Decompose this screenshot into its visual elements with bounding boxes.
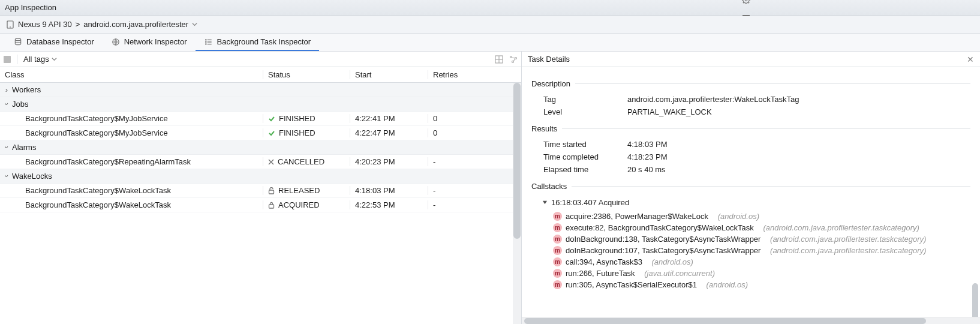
table-view-icon[interactable] [495,55,503,64]
svg-point-10 [205,41,206,42]
minimize-icon[interactable] [741,11,751,20]
stop-icon[interactable] [4,56,11,63]
title-bar: App Inspection [0,0,980,16]
col-status[interactable]: Status [263,70,350,79]
frame-text: doInBackground:138, TaskCategory$AsyncTa… [566,235,760,244]
method-badge-icon: m [553,223,562,232]
unlock-icon [268,187,275,194]
frame-text: doInBackground:107, TaskCategory$AsyncTa… [566,246,760,255]
group-alarms[interactable]: › Alarms [0,140,521,155]
group-workers[interactable]: › Workers [0,83,521,97]
method-badge-icon: m [553,269,562,278]
cell-class: BackgroundTaskCategory$WakeLockTask [0,200,263,209]
svg-point-11 [205,43,206,44]
scrollbar-thumb[interactable] [524,318,926,324]
method-badge-icon: m [553,246,562,255]
cell-status: FINISHED [279,114,315,123]
table-row[interactable]: BackgroundTaskCategory$WakeLockTask RELE… [0,184,521,198]
breadcrumb-separator: > [76,20,80,29]
frame-text: execute:82, BackgroundTaskCategory$WakeL… [566,223,754,232]
list-icon [204,37,214,47]
frame-text: run:305, AsyncTask$SerialExecutor$1 [566,280,697,289]
kv-value: 4:18:03 PM [627,140,970,149]
table-row[interactable]: BackgroundTaskCategory$WakeLockTask ACQU… [0,198,521,212]
kv-key: Level [543,107,627,116]
method-badge-icon: m [553,280,562,289]
frame-package: (android.os) [707,280,748,289]
frame-package: (android.com.java.profilertester.taskcat… [770,235,926,244]
tags-filter-dropdown[interactable]: All tags [23,55,57,64]
close-icon[interactable]: ✕ [967,55,974,64]
group-wakelocks[interactable]: › WakeLocks [0,169,521,184]
cell-status: ACQUIRED [278,200,320,209]
process-name: android.com.java.profilertester [83,20,188,29]
section-callstacks: Callstacks [531,182,970,191]
database-icon [13,37,23,47]
graph-view-icon[interactable] [509,55,518,64]
chevron-down-icon [192,22,197,27]
table-row[interactable]: BackgroundTaskCategory$MyJobService FINI… [0,126,521,140]
col-start[interactable]: Start [350,70,428,79]
group-jobs[interactable]: › Jobs [0,97,521,112]
kv-key: Time started [543,140,627,149]
scrollbar-thumb[interactable] [513,83,521,239]
cell-retries: 0 [428,128,521,137]
svg-point-0 [745,0,747,1]
chevron-down-icon: › [2,145,11,151]
stack-frame[interactable]: mrun:305, AsyncTask$SerialExecutor$1 (an… [531,279,970,290]
section-label: Callstacks [531,182,567,191]
cell-status: RELEASED [278,186,320,195]
cell-retries: 0 [428,114,521,123]
stack-frame[interactable]: mrun:266, FutureTask (java.util.concurre… [531,268,970,279]
group-label: Jobs [12,100,28,109]
tab-database-inspector[interactable]: Database Inspector [5,34,103,51]
kv-value: android.com.java.profilertester:WakeLock… [627,95,970,104]
separator [17,55,17,64]
details-header: Task Details ✕ [522,52,980,67]
callstack-group[interactable]: 16:18:03.407 Acquired [531,196,970,211]
horizontal-scrollbar[interactable] [522,317,980,324]
window-title: App Inspection [5,3,56,12]
stack-frame[interactable]: mcall:394, AsyncTask$3 (android.os) [531,256,970,268]
stack-frame[interactable]: mdoInBackground:107, TaskCategory$AsyncT… [531,245,970,256]
task-list-panel: All tags Class Status Start Retries [0,52,522,324]
frame-text: call:394, AsyncTask$3 [566,257,642,266]
frame-text: acquire:2386, PowerManager$WakeLock [566,212,708,221]
tab-label: Network Inspector [124,37,187,46]
tab-label: Background Task Inspector [217,37,311,46]
svg-line-19 [513,59,515,61]
tab-label: Database Inspector [26,37,94,46]
cell-class: BackgroundTaskCategory$RepeatingAlarmTas… [0,157,263,166]
triangle-down-icon [542,200,548,205]
col-class[interactable]: Class [0,70,263,79]
table-row[interactable]: BackgroundTaskCategory$MyJobService FINI… [0,112,521,126]
svg-rect-1 [742,15,750,16]
col-retries[interactable]: Retries [428,70,521,79]
gear-icon[interactable] [741,0,751,5]
group-label: WakeLocks [12,172,52,181]
stack-frame[interactable]: mdoInBackground:138, TaskCategory$AsyncT… [531,233,970,245]
vertical-scrollbar[interactable] [513,83,521,324]
cell-class: BackgroundTaskCategory$WakeLockTask [0,186,263,195]
frame-package: (android.com.java.profilertester.taskcat… [770,246,926,255]
task-table-body: › Workers › Jobs BackgroundTaskCategory$… [0,83,521,324]
section-results: Results [531,124,970,133]
inspector-tabs: Database Inspector Network Inspector Bac… [0,34,980,52]
stack-frame[interactable]: mexecute:82, BackgroundTaskCategory$Wake… [531,222,970,233]
stack-frame[interactable]: macquire:2386, PowerManager$WakeLock (an… [531,211,970,222]
svg-point-9 [205,39,206,40]
vertical-scrollbar[interactable] [972,283,978,317]
table-row[interactable]: BackgroundTaskCategory$RepeatingAlarmTas… [0,155,521,169]
filter-bar: All tags [0,52,521,67]
frame-package: (java.util.concurrent) [644,269,715,278]
method-badge-icon: m [553,257,562,266]
cell-start: 4:18:03 PM [350,186,428,195]
cell-retries: - [428,157,521,166]
section-label: Description [531,79,570,88]
section-label: Results [531,124,557,133]
tab-background-task-inspector[interactable]: Background Task Inspector [196,34,320,51]
svg-rect-20 [269,190,274,194]
tab-network-inspector[interactable]: Network Inspector [103,34,196,51]
method-badge-icon: m [553,212,562,221]
kv-value: PARTIAL_WAKE_LOCK [627,107,970,116]
